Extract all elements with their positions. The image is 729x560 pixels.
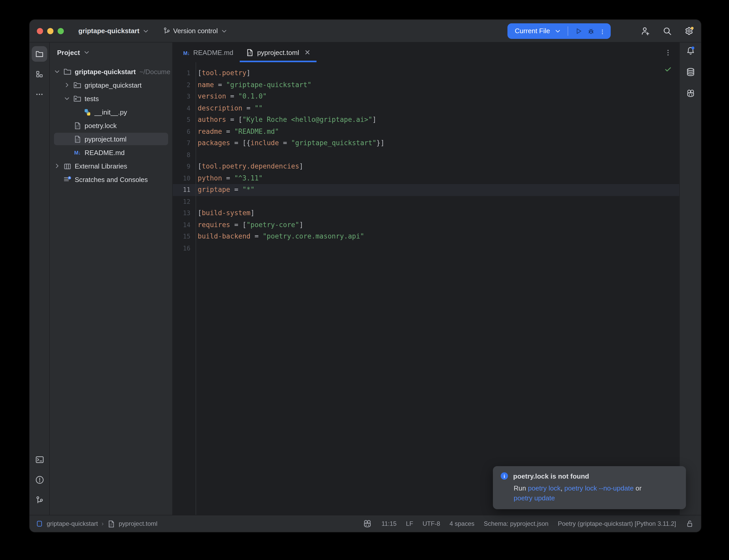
tree-item-readme-md[interactable]: M↓README.md [50,146,172,159]
chevron-down-icon [83,49,90,56]
code-text: name = "griptape-quickstart" [198,79,311,91]
run-configuration-widget[interactable]: Current File [508,23,611,39]
code-token: "griptape-quickstart" [226,81,311,88]
chevron-down-icon[interactable] [63,95,71,102]
status-bar: griptape-quickstart › [T] pyproject.toml… [30,515,701,532]
folder-pkg-icon [73,81,81,89]
tab-pyproject[interactable]: [T] pyproject.toml ✕ [239,43,316,62]
vcs-widget-label: Version control [173,27,218,35]
svg-text:i: i [504,473,505,479]
code-line-4: 4description = "" [173,102,679,114]
code-line-3: 3version = "0.1.0" [173,91,679,102]
code-token: [ [198,69,202,77]
status-item[interactable]: UTF-8 [423,520,440,527]
tree-item-init-py[interactable]: __init__.py [50,105,172,119]
chevron-down-icon [220,27,228,34]
database-icon[interactable] [686,67,695,77]
code-text: [tool.poetry.dependencies] [198,161,303,172]
problems-tool-button[interactable] [32,472,47,487]
close-tab-icon[interactable]: ✕ [304,48,310,57]
status-item[interactable]: 11:15 [382,520,397,527]
gear-icon[interactable] [684,26,694,36]
tree-item-griptape-quickstart[interactable]: griptape-quickstart~/Docume [50,65,172,78]
project-widget[interactable]: griptape-quickstart [78,27,149,35]
status-item[interactable]: LF [406,520,413,527]
git-tool-button[interactable] [32,492,47,508]
code-text: packages = [{include = "griptape_quickst… [198,137,385,149]
code-line-11: 11griptape = "*" [173,184,679,196]
notifications-bell-icon[interactable] [686,46,695,55]
code-text: readme = "README.md" [198,126,279,137]
more-run-options-button[interactable] [599,28,606,34]
markdown-icon: M↓ [183,48,190,56]
unlock-icon[interactable] [685,520,694,528]
chevron-right-icon[interactable] [53,162,61,170]
code-token: [ [198,162,202,170]
code-token: tool.poetry.dependencies [202,162,299,170]
ai-assistant-icon[interactable] [686,89,695,98]
code-token: requires [198,221,230,228]
toml-icon: [T] [73,135,81,143]
more-tools-button[interactable] [32,87,47,102]
code-token: [ [198,209,202,217]
status-widgets: 11:15LFUTF-84 spacesSchema: pyproject.js… [363,519,694,528]
tree-item-external-libraries[interactable]: External Libraries [50,159,172,173]
line-number: 9 [173,161,190,172]
tree-item-scratches-and-consoles[interactable]: Scratches and Consoles [50,173,172,186]
code-line-13: 13[build-system] [173,207,679,219]
breadcrumb-file[interactable]: pyproject.toml [119,520,157,527]
tree-item-poetry-lock[interactable]: [T]poetry.lock [50,119,172,132]
terminal-tool-button[interactable] [32,452,47,467]
left-tool-rail [30,43,50,515]
editor-options-kebab-icon[interactable] [664,48,672,56]
tree-item-label: griptape_quickstart [85,81,142,89]
breadcrumb-separator: › [101,520,103,527]
code-editor[interactable]: 1[tool.poetry]2name = "griptape-quicksta… [173,62,679,515]
debug-button[interactable] [587,27,595,35]
code-line-6: 6readme = "README.md" [173,126,679,137]
run-button[interactable] [574,27,583,35]
chevron-right-icon[interactable] [63,81,71,89]
minimize-window-button[interactable] [47,28,53,34]
tree-item-pyproject-toml[interactable]: [T]pyproject.toml [50,132,172,146]
project-tree: griptape-quickstart~/Documegriptape_quic… [50,62,172,186]
tab-label: pyproject.toml [257,48,299,56]
search-icon[interactable] [663,26,672,36]
add-user-icon[interactable] [641,26,650,36]
chevron-down-icon[interactable] [53,68,61,75]
svg-text:[T]: [T] [75,125,80,128]
scratch-icon [63,175,72,184]
notification-text: , [561,484,564,492]
vcs-widget[interactable]: Version control [163,27,228,35]
code-text: requires = ["poetry-core"] [198,219,303,231]
tree-item-griptape-quickstart[interactable]: griptape_quickstart [50,78,172,92]
inspections-ok-check-icon[interactable] [664,65,672,73]
project-panel-header[interactable]: Project [50,43,172,62]
notification-link[interactable]: poetry lock --no-update [564,484,634,492]
tree-item-label: External Libraries [75,162,127,170]
editor-column: M↓ README.md [T] pyproject.toml ✕ 1[tool… [173,43,679,515]
zoom-window-button[interactable] [58,28,64,34]
toml-icon: [T] [73,122,81,129]
copilot-icon[interactable] [363,519,372,528]
code-token: "^3.11" [234,174,263,182]
close-window-button[interactable] [37,28,43,34]
line-number: 11 [173,184,190,196]
code-token: [{ [242,139,250,147]
notification-link[interactable]: poetry update [514,494,555,502]
status-item[interactable]: Poetry (griptape-quickstart) [Python 3.1… [558,520,676,527]
status-item[interactable]: Schema: pyproject.json [484,520,549,527]
screen: griptape-quickstart Version control Curr… [0,0,729,560]
tree-item-tests[interactable]: tests [50,92,172,105]
breadcrumb-project[interactable]: griptape-quickstart [47,520,98,527]
code-token: build-backend [198,232,250,240]
tab-readme[interactable]: M↓ README.md [177,43,239,62]
code-line-5: 5authors = ["Kyle Roche <hello@griptape.… [173,114,679,126]
status-item[interactable]: 4 spaces [450,520,475,527]
code-token: build-system [202,209,250,217]
project-tool-button[interactable] [32,46,47,62]
code-token: ] [299,162,303,170]
structure-tool-button[interactable] [32,66,47,82]
notification-link[interactable]: poetry lock [528,484,561,492]
divider [568,26,568,36]
